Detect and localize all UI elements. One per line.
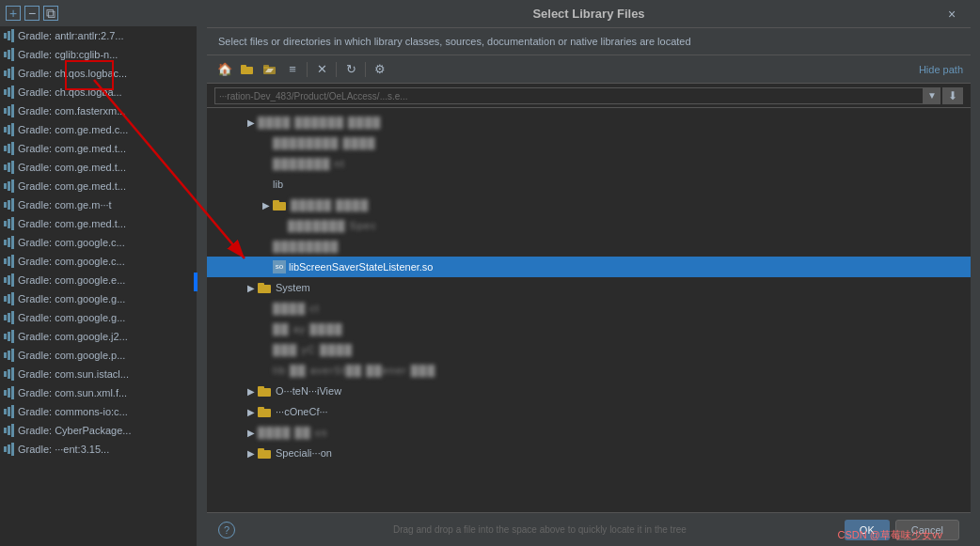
sidebar-item[interactable]: Gradle: com.google.g... — [0, 308, 197, 327]
minus-button[interactable]: − — [24, 6, 40, 21]
sidebar-item[interactable]: Gradle: com.ge.med.t... — [0, 158, 197, 177]
sidebar-item[interactable]: Gradle: commons-io:c... — [0, 402, 197, 421]
help-button[interactable]: ? — [218, 522, 235, 538]
close-icon[interactable]: × — [944, 7, 959, 22]
path-download-button[interactable]: ⬇ — [942, 87, 963, 104]
add-button[interactable]: + — [6, 6, 21, 21]
folder-icon — [273, 199, 288, 211]
sidebar-item[interactable]: Gradle: ch.qos.logba... — [0, 83, 197, 101]
tree-item[interactable]: ▶ ████ ██ us — [207, 422, 971, 443]
tree-item[interactable]: ████████ ████ — [207, 133, 971, 153]
tree-item[interactable]: ▶ Speciali···on — [207, 443, 971, 463]
tree-arrow — [260, 366, 273, 376]
tree-arrow: ▶ — [245, 283, 258, 293]
tree-item[interactable]: ▶ System — [207, 277, 971, 298]
blurred-item-label: ████████ — [273, 241, 339, 252]
blurred-item-label: ███████ nt — [273, 158, 345, 169]
sidebar-item[interactable]: Gradle: com.ge.m···t — [0, 195, 197, 214]
sidebar-item[interactable]: Gradle: com.ge.med.t... — [0, 177, 197, 195]
sidebar-item[interactable]: Gradle: com.sun.istacl... — [0, 365, 197, 383]
blurred-item-label: ████ ██ us — [258, 427, 328, 438]
tree-arrow — [260, 242, 273, 252]
sidebar-item-label: Gradle: com.ge.m···t — [18, 199, 112, 211]
tree-item[interactable]: ███████ Spec — [207, 215, 971, 236]
sidebar-item[interactable]: Gradle: ch.qos.logbac... — [0, 64, 197, 83]
sidebar-item-label: Gradle: com.google.p... — [18, 350, 125, 361]
blurred-item-label: ████ ██████ ████ — [258, 117, 381, 128]
bar-chart-icon — [4, 292, 14, 305]
blurred-item-label: ██ ay ████ — [273, 323, 343, 335]
sidebar-item[interactable]: Gradle: com.google.c... — [0, 233, 197, 252]
sidebar-item[interactable]: Gradle: com.google.j2... — [0, 327, 197, 346]
open-folder-icon[interactable] — [260, 59, 280, 80]
sidebar-item-label: Gradle: com.google.j2... — [18, 331, 128, 342]
tree-arrow: ▶ — [245, 117, 258, 128]
tree-item[interactable]: lib ██ averSt██ ██ener ███ — [207, 360, 971, 381]
copy-button[interactable]: ⧉ — [43, 6, 58, 21]
sidebar-item-label: Gradle: com.google.e... — [18, 274, 125, 286]
tree-arrow: ▶ — [245, 386, 258, 397]
tree-item[interactable]: ▶ ···cOneCf··· — [207, 401, 971, 422]
hide-path-button[interactable]: Hide path — [919, 64, 963, 75]
tree-item[interactable]: ████████ — [207, 236, 971, 257]
bar-chart-icon — [4, 386, 14, 399]
sidebar-item[interactable]: Gradle: com.sun.xml.f... — [0, 383, 197, 402]
path-text: ···ration-Dev_483/Product/OeLAccess/...s… — [214, 87, 924, 104]
delete-icon[interactable]: ✕ — [311, 59, 332, 80]
tree-item[interactable]: ████ ct — [207, 298, 971, 319]
bar-chart-icon — [4, 349, 14, 362]
sidebar-item[interactable]: Gradle: com.google.g... — [0, 289, 197, 308]
tree-item[interactable]: ▶ O···teN···iView — [207, 381, 971, 401]
tree-arrow — [260, 304, 273, 314]
bar-chart-icon — [4, 67, 14, 80]
refresh-icon[interactable]: ↻ — [340, 59, 361, 80]
tree-item-label: Speciali···on — [276, 447, 332, 459]
tree-item[interactable]: lib — [207, 174, 971, 195]
sidebar-item[interactable]: Gradle: com.ge.med.c... — [0, 120, 197, 139]
sidebar-item[interactable]: Gradle: com.google.c... — [0, 252, 197, 271]
folder-icon-btn[interactable] — [237, 59, 258, 80]
list-icon[interactable]: ≡ — [282, 59, 303, 80]
sidebar-item[interactable]: Gradle: antlr:antlr:2.7... — [0, 26, 197, 45]
tree-item[interactable]: ▶ ████ ██████ ████ — [207, 112, 971, 133]
tree-arrow — [260, 324, 273, 335]
path-dropdown-button[interactable]: ▼ — [924, 87, 940, 104]
tree-item[interactable]: ███ yC ████ — [207, 339, 971, 360]
sidebar: + − ⧉ Gradle: antlr:antlr:2.7... Gradle:… — [0, 0, 198, 546]
tree-arrow: ▶ — [245, 428, 258, 438]
dialog-title: Select Library Files — [233, 7, 944, 21]
settings-icon[interactable]: ⚙ — [370, 59, 390, 80]
tree-item-label: lib — [273, 179, 283, 190]
bar-chart-icon — [4, 367, 14, 381]
file-tree[interactable]: ▶ ████ ██████ ████ ████████ ████ ███████… — [207, 108, 971, 512]
tree-arrow — [260, 179, 273, 190]
tree-item[interactable]: ███████ nt — [207, 153, 971, 174]
sidebar-item-label: Gradle: com.ge.med.t... — [18, 218, 126, 229]
sidebar-item-label: Gradle: com.google.g... — [18, 293, 125, 304]
tree-arrow — [260, 138, 273, 148]
sidebar-item[interactable]: Gradle: CyberPackage... — [0, 421, 197, 440]
sidebar-item-label: Gradle: CyberPackage... — [18, 425, 131, 436]
watermark: CSDN @草莓味少女vv — [838, 528, 942, 542]
sidebar-item[interactable]: Gradle: com.google.p... — [0, 346, 197, 365]
toolbar-separator-2 — [336, 62, 337, 77]
sidebar-item[interactable]: Gradle: com.fasterxm... — [0, 101, 197, 120]
sidebar-item[interactable]: Gradle: cglib:cglib-n... — [0, 45, 197, 64]
home-icon[interactable]: 🏠 — [214, 59, 235, 80]
sidebar-item[interactable]: Gradle: com.ge.med.t... — [0, 214, 197, 233]
sidebar-item-label: Gradle: com.google.c... — [18, 256, 125, 267]
dialog-titlebar: Select Library Files × — [207, 0, 971, 28]
sidebar-item-label: Gradle: com.ge.med.t... — [18, 143, 126, 154]
sidebar-item[interactable]: Gradle: com.google.e... — [0, 271, 197, 289]
bar-chart-icon — [4, 236, 14, 249]
bar-chart-icon — [4, 142, 14, 155]
sidebar-item[interactable]: Gradle: com.ge.med.t... — [0, 139, 197, 158]
folder-icon — [258, 282, 273, 293]
tree-arrow: ▶ — [245, 448, 258, 459]
blurred-item-label: ████████ ████ — [273, 137, 376, 148]
selected-tree-item[interactable]: so libScreenSaverStateListener.so — [207, 257, 971, 277]
sidebar-item[interactable]: Gradle: ···ent:3.15... — [0, 440, 197, 459]
tree-item[interactable]: ▶ █████ ████ — [207, 195, 971, 215]
tree-arrow — [260, 345, 273, 355]
tree-item[interactable]: ██ ay ████ — [207, 319, 971, 339]
